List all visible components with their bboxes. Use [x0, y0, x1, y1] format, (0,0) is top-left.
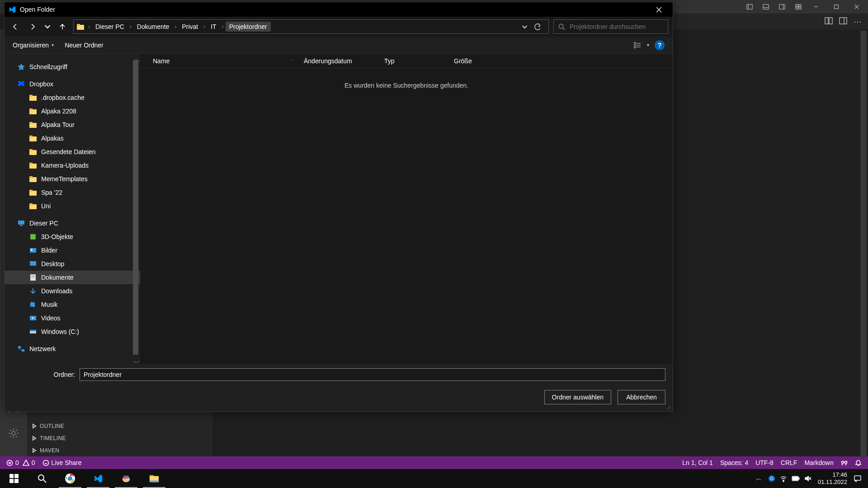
nav-recent-button[interactable]: [43, 20, 52, 33]
search-input[interactable]: [570, 23, 663, 30]
select-folder-button[interactable]: Ordner auswählen: [544, 390, 611, 404]
tree-item[interactable]: Videos: [5, 311, 140, 325]
notifications-icon[interactable]: [854, 474, 862, 483]
column-size[interactable]: Größe: [454, 57, 498, 65]
tree-dropbox[interactable]: Dropbox: [5, 77, 140, 91]
nav-up-button[interactable]: [56, 20, 69, 33]
tree-item[interactable]: Spa '22: [5, 186, 140, 199]
dialog-close-button[interactable]: [649, 2, 669, 17]
maximize-button[interactable]: [827, 0, 845, 14]
tray-sync-icon[interactable]: [768, 475, 775, 482]
app-taskbar-icon[interactable]: [112, 469, 140, 488]
split-editor-right-icon[interactable]: [839, 17, 847, 27]
wifi-icon[interactable]: [780, 475, 787, 482]
svg-line-31: [43, 480, 46, 483]
tree-item[interactable]: Alpakas: [5, 131, 140, 145]
outline-section[interactable]: OUTLINE: [27, 420, 212, 432]
breadcrumb[interactable]: › Dieser PC› Dokumente› Privat› IT› Proj…: [73, 19, 549, 34]
layout-bottom-icon[interactable]: [760, 0, 772, 14]
search-button[interactable]: [28, 469, 56, 488]
tree-item[interactable]: .dropbox.cache: [5, 91, 140, 104]
scroll-up-icon[interactable]: ︿: [133, 55, 137, 59]
breadcrumb-dropdown-icon[interactable]: [521, 23, 528, 30]
feedback-icon[interactable]: [841, 460, 848, 466]
tree-item[interactable]: Windows (C:): [5, 325, 140, 338]
search-box[interactable]: [553, 19, 668, 34]
clock-time: 17:46: [818, 471, 847, 479]
svg-rect-82: [30, 274, 36, 281]
tree-item[interactable]: Kamera-Uploads: [5, 159, 140, 172]
warnings-indicator[interactable]: 0: [23, 459, 35, 466]
settings-gear-icon[interactable]: [8, 427, 19, 441]
tree-item[interactable]: 3D-Objekte: [5, 230, 140, 244]
svg-rect-0: [747, 5, 752, 9]
scroll-down-icon[interactable]: ﹀: [133, 358, 137, 363]
liveshare-button[interactable]: Live Share: [42, 459, 82, 466]
tray-expand-icon[interactable]: ︿: [756, 474, 762, 483]
volume-muted-icon[interactable]: [804, 475, 811, 482]
close-button[interactable]: [848, 0, 866, 14]
editor-scrollbar[interactable]: [860, 31, 867, 457]
cursor-position[interactable]: Ln 1, Col 1: [682, 459, 713, 466]
errors-indicator[interactable]: 0: [6, 459, 19, 466]
start-button[interactable]: [0, 469, 28, 488]
tree-item-selected[interactable]: Dokumente: [5, 271, 140, 284]
tree-item[interactable]: Musik: [5, 298, 140, 311]
breadcrumb-item[interactable]: Dokumente: [133, 22, 173, 32]
tree-item[interactable]: MemeTemplates: [5, 172, 140, 186]
breadcrumb-item[interactable]: Privat: [178, 22, 202, 32]
cancel-button[interactable]: Abbrechen: [618, 390, 665, 404]
bell-icon[interactable]: [855, 460, 862, 466]
svg-point-23: [43, 460, 48, 465]
layout-right-icon[interactable]: [776, 0, 788, 14]
column-name[interactable]: Name︿: [153, 57, 304, 65]
view-dropdown-icon[interactable]: ▾: [647, 42, 649, 47]
tree-item[interactable]: Alpaka Tour: [5, 118, 140, 131]
tree-label: Netzwerk: [29, 345, 56, 352]
tree-item[interactable]: Gesendete Dateien: [5, 145, 140, 159]
timeline-section[interactable]: TIMELINE: [27, 432, 212, 444]
help-button[interactable]: ?: [655, 40, 665, 50]
language-indicator[interactable]: Markdown: [804, 459, 834, 466]
minimize-button[interactable]: [807, 0, 825, 14]
column-date[interactable]: Änderungsdatum: [304, 57, 384, 65]
vscode-taskbar-icon[interactable]: [84, 469, 112, 488]
chrome-taskbar-icon[interactable]: [56, 469, 84, 488]
encoding-indicator[interactable]: UTF-8: [755, 459, 774, 466]
tree-network[interactable]: Netzwerk: [5, 342, 140, 356]
tree-label: Spa '22: [41, 189, 62, 196]
split-editor-icon[interactable]: [825, 17, 833, 27]
eol-indicator[interactable]: CRLF: [781, 459, 797, 466]
taskbar-clock[interactable]: 17:46 01.11.2022: [818, 471, 847, 485]
tree-item[interactable]: Bilder: [5, 244, 140, 257]
battery-icon[interactable]: [792, 476, 800, 481]
indent-indicator[interactable]: Spaces: 4: [720, 459, 748, 466]
resize-grip-icon[interactable]: [665, 404, 671, 410]
maven-section[interactable]: MAVEN: [27, 444, 212, 456]
breadcrumb-item[interactable]: Dieser PC: [92, 22, 128, 32]
folder-input[interactable]: [80, 368, 665, 381]
view-options-icon[interactable]: [633, 41, 642, 49]
organize-button[interactable]: Organisieren ▾: [13, 42, 54, 49]
explorer-taskbar-icon[interactable]: [140, 469, 168, 488]
nav-back-button[interactable]: [9, 20, 22, 33]
breadcrumb-item[interactable]: Projektordner: [226, 22, 271, 32]
tree-item[interactable]: Uni: [5, 199, 140, 213]
more-actions-icon[interactable]: ⋯: [854, 17, 862, 27]
svg-rect-2: [763, 5, 769, 9]
new-folder-button[interactable]: Neuer Ordner: [65, 42, 104, 49]
nav-forward-button[interactable]: [26, 20, 39, 33]
tree-item[interactable]: Downloads: [5, 284, 140, 298]
layout-left-icon[interactable]: [743, 0, 756, 14]
layout-grid-icon[interactable]: [792, 0, 805, 14]
tree-label: Videos: [41, 314, 61, 322]
tree-quickaccess[interactable]: Schnellzugriff: [5, 60, 140, 74]
tree-item[interactable]: Desktop: [5, 257, 140, 271]
tree-this-pc[interactable]: Dieser PC: [5, 216, 140, 230]
folder-label: Ordner:: [12, 371, 75, 378]
refresh-icon[interactable]: [534, 23, 541, 30]
breadcrumb-item[interactable]: IT: [207, 22, 220, 32]
svg-rect-79: [30, 248, 36, 253]
tree-item[interactable]: Alpaka 2208: [5, 104, 140, 118]
column-type[interactable]: Typ: [384, 57, 454, 65]
